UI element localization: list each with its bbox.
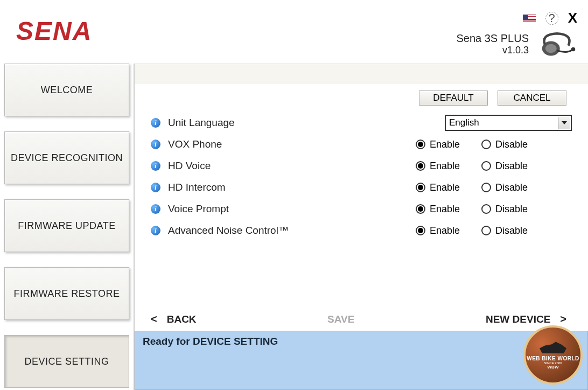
device-name: Sena 3S PLUS	[456, 32, 529, 44]
language-flag-icon[interactable]	[523, 15, 536, 22]
sidebar-item-welcome[interactable]: WELCOME	[4, 64, 129, 116]
radio-icon[interactable]	[416, 140, 425, 149]
sidebar-item-firmware-restore[interactable]: FIRMWARE RESTORE	[4, 267, 129, 320]
watermark-badge: WEB BIKE WORLD SINCE 2000 WBW	[523, 325, 583, 385]
device-title: Sena 3S PLUS v1.0.3	[456, 32, 529, 56]
radio-label: Enable	[430, 204, 460, 215]
top-icons: ? X	[523, 10, 577, 26]
status-text: Ready for DEVICE SETTING	[143, 336, 278, 347]
status-bar: Ready for DEVICE SETTING	[135, 331, 588, 390]
radio-enable[interactable]: Enable	[416, 161, 460, 172]
motorcycle-icon	[540, 340, 566, 353]
radio-group: Enable Disable	[416, 182, 572, 193]
radio-label: Disable	[495, 225, 528, 236]
radio-disable[interactable]: Disable	[481, 161, 528, 172]
content-area: DEFAULT CANCEL i Unit Language English i…	[134, 64, 588, 390]
info-icon[interactable]: i	[151, 140, 160, 149]
radio-enable[interactable]: Enable	[416, 225, 460, 236]
radio-icon[interactable]	[416, 226, 425, 235]
setting-label-language: Unit Language	[168, 117, 445, 129]
save-button: SAVE	[327, 314, 354, 325]
cancel-button[interactable]: CANCEL	[498, 90, 566, 106]
setting-label: HD Intercom	[168, 182, 416, 193]
setting-row-language: i Unit Language English	[151, 112, 572, 134]
radio-enable[interactable]: Enable	[416, 139, 460, 150]
sidebar-item-firmware-update[interactable]: FIRMWARE UPDATE	[4, 199, 129, 252]
radio-disable[interactable]: Disable	[481, 182, 528, 193]
language-value: English	[449, 117, 479, 128]
radio-icon[interactable]	[416, 204, 425, 214]
info-icon[interactable]: i	[151, 161, 160, 171]
close-icon[interactable]: X	[568, 10, 577, 26]
radio-label: Disable	[495, 161, 528, 172]
back-label: BACK	[167, 314, 197, 325]
new-device-button[interactable]: NEW DEVICE >	[486, 313, 566, 325]
badge-line3: WBW	[548, 365, 559, 370]
default-button[interactable]: DEFAULT	[419, 90, 488, 106]
radio-label: Enable	[430, 139, 460, 150]
forward-arrow-icon: >	[560, 313, 566, 325]
setting-row: i HD Voice Enable Disable	[151, 155, 572, 177]
info-icon[interactable]: i	[151, 226, 160, 235]
help-icon[interactable]: ?	[545, 12, 558, 25]
setting-row: i HD Intercom Enable Disable	[151, 177, 572, 198]
sidebar: WELCOME DEVICE RECOGNITION FIRMWARE UPDA…	[0, 64, 134, 390]
settings-panel: DEFAULT CANCEL i Unit Language English i…	[135, 84, 588, 247]
setting-label: VOX Phone	[168, 138, 416, 150]
radio-icon[interactable]	[416, 183, 425, 192]
language-dropdown[interactable]: English	[445, 115, 572, 131]
radio-label: Disable	[495, 204, 528, 215]
info-icon[interactable]: i	[151, 204, 160, 214]
radio-icon[interactable]	[481, 226, 491, 235]
info-icon[interactable]: i	[151, 183, 160, 192]
back-arrow-icon: <	[151, 313, 157, 325]
info-icon[interactable]: i	[151, 118, 160, 128]
action-row: DEFAULT CANCEL	[151, 90, 572, 106]
svg-point-1	[545, 44, 557, 53]
setting-label: Voice Prompt	[168, 203, 416, 215]
svg-point-2	[571, 47, 576, 52]
setting-row: i Advanced Noise Control™ Enable Disable	[151, 220, 572, 241]
setting-label: HD Voice	[168, 160, 416, 172]
badge-line1: WEB BIKE WORLD	[527, 356, 579, 361]
radio-group: Enable Disable	[416, 225, 572, 236]
setting-label: Advanced Noise Control™	[168, 225, 416, 236]
radio-group: Enable Disable	[416, 161, 572, 172]
radio-disable[interactable]: Disable	[481, 204, 528, 215]
radio-icon[interactable]	[481, 204, 491, 214]
content-topbar	[135, 64, 588, 84]
device-version: v1.0.3	[456, 45, 529, 56]
radio-icon[interactable]	[416, 161, 425, 171]
new-device-label: NEW DEVICE	[486, 314, 550, 325]
headset-icon	[537, 30, 577, 59]
radio-group: Enable Disable	[416, 204, 572, 215]
back-button[interactable]: < BACK	[151, 313, 197, 325]
nav-footer: < BACK SAVE NEW DEVICE >	[151, 313, 566, 325]
setting-row: i Voice Prompt Enable Disable	[151, 198, 572, 220]
radio-disable[interactable]: Disable	[481, 139, 528, 150]
sidebar-item-device-setting[interactable]: DEVICE SETTING	[4, 335, 129, 388]
radio-group: Enable Disable	[416, 139, 572, 150]
radio-disable[interactable]: Disable	[481, 225, 528, 236]
radio-label: Enable	[430, 161, 460, 172]
chevron-down-icon[interactable]	[558, 117, 570, 129]
brand-logo: SENA	[16, 16, 92, 46]
radio-enable[interactable]: Enable	[416, 204, 460, 215]
radio-icon[interactable]	[481, 140, 491, 149]
radio-label: Disable	[495, 139, 528, 150]
header: ? X SENA Sena 3S PLUS v1.0.3	[0, 0, 588, 64]
radio-icon[interactable]	[481, 161, 491, 171]
sidebar-item-device-recognition[interactable]: DEVICE RECOGNITION	[4, 131, 129, 184]
radio-label: Enable	[430, 225, 460, 236]
radio-label: Enable	[430, 182, 460, 193]
main: WELCOME DEVICE RECOGNITION FIRMWARE UPDA…	[0, 64, 588, 390]
radio-icon[interactable]	[481, 183, 491, 192]
radio-enable[interactable]: Enable	[416, 182, 460, 193]
setting-row: i VOX Phone Enable Disable	[151, 134, 572, 155]
radio-label: Disable	[495, 182, 528, 193]
